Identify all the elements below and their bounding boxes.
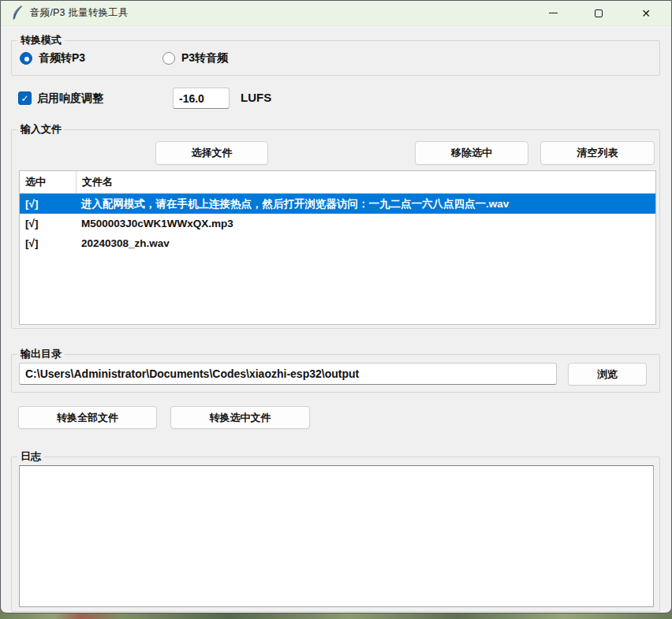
table-row[interactable]: [√] 20240308_zh.wav [20, 233, 655, 253]
table-row[interactable]: [√] 进入配网模式，请在手机上连接热点，然后打开浏览器访问：一九二点一六八点四… [20, 194, 655, 214]
header-filename-column[interactable]: 文件名 [77, 171, 655, 193]
remove-selected-button[interactable]: 移除选中 [415, 141, 528, 165]
minimize-button[interactable] [531, 1, 576, 25]
window-title: 音频/P3 批量转换工具 [30, 6, 129, 20]
convert-all-button[interactable]: 转换全部文件 [18, 406, 157, 429]
output-path-input[interactable] [19, 363, 557, 385]
radio-label: P3转音频 [181, 51, 228, 65]
input-files-frame-label: 输入文件 [17, 122, 65, 136]
mode-frame-label: 转换模式 [17, 33, 65, 47]
radio-icon [162, 52, 175, 65]
row-checked-cell: [√] [20, 237, 77, 249]
input-files-frame: 输入文件 选择文件 移除选中 清空列表 选中 文件名 [√] 进入配网模式，请在… [11, 129, 660, 329]
radio-audio-to-p3[interactable]: 音频转P3 [20, 51, 162, 65]
file-list-header: 选中 文件名 [20, 171, 655, 194]
row-checked-cell: [√] [20, 218, 77, 229]
output-dir-frame: 输出目录 浏览 [11, 354, 660, 393]
maximize-button[interactable] [576, 1, 621, 25]
row-filename-cell: 20240308_zh.wav [77, 237, 655, 249]
browse-button[interactable]: 浏览 [568, 363, 647, 386]
header-checked-column[interactable]: 选中 [20, 171, 77, 193]
loudness-row: ✓ 启用响度调整 LUFS [1, 88, 672, 110]
log-frame: 日志 [11, 457, 660, 612]
row-filename-cell: 进入配网模式，请在手机上连接热点，然后打开浏览器访问：一九二点一六八点四点一.w… [77, 197, 655, 211]
python-feather-icon [11, 6, 23, 21]
row-checked-cell: [√] [20, 198, 77, 210]
log-frame-label: 日志 [17, 449, 44, 464]
window-controls: ✕ [531, 1, 671, 25]
mode-radio-group: 音频转P3 P3转音频 [20, 51, 305, 65]
close-button[interactable]: ✕ [621, 1, 671, 25]
file-list-table[interactable]: 选中 文件名 [√] 进入配网模式，请在手机上连接热点，然后打开浏览器访问：一九… [19, 170, 656, 325]
titlebar: 音频/P3 批量转换工具 ✕ [1, 1, 671, 26]
clear-list-button[interactable]: 清空列表 [540, 141, 655, 165]
close-icon: ✕ [641, 7, 651, 20]
select-files-button[interactable]: 选择文件 [155, 141, 268, 165]
radio-icon [20, 52, 32, 65]
radio-label: 音频转P3 [39, 51, 85, 65]
loudness-checkbox-label: 启用响度调整 [37, 91, 103, 106]
lufs-unit-label: LUFS [241, 91, 271, 104]
check-icon: ✓ [21, 94, 28, 103]
output-dir-frame-label: 输出目录 [17, 347, 65, 361]
table-row[interactable]: [√] M500003J0cWK1WWxQX.mp3 [20, 214, 655, 233]
maximize-icon [595, 9, 603, 17]
app-window: 音频/P3 批量转换工具 ✕ 转换模式 音频转P3 P3转音频 ✓ 启用响度调整… [0, 0, 672, 613]
lufs-value-input[interactable] [173, 88, 230, 109]
convert-selected-button[interactable]: 转换选中文件 [170, 406, 310, 429]
minimize-icon [549, 13, 558, 13]
loudness-checkbox[interactable]: ✓ [18, 91, 32, 105]
log-textarea[interactable] [19, 465, 654, 607]
row-filename-cell: M500003J0cWK1WWxQX.mp3 [77, 218, 655, 229]
radio-p3-to-audio[interactable]: P3转音频 [162, 51, 305, 65]
mode-frame: 转换模式 音频转P3 P3转音频 [11, 40, 660, 76]
